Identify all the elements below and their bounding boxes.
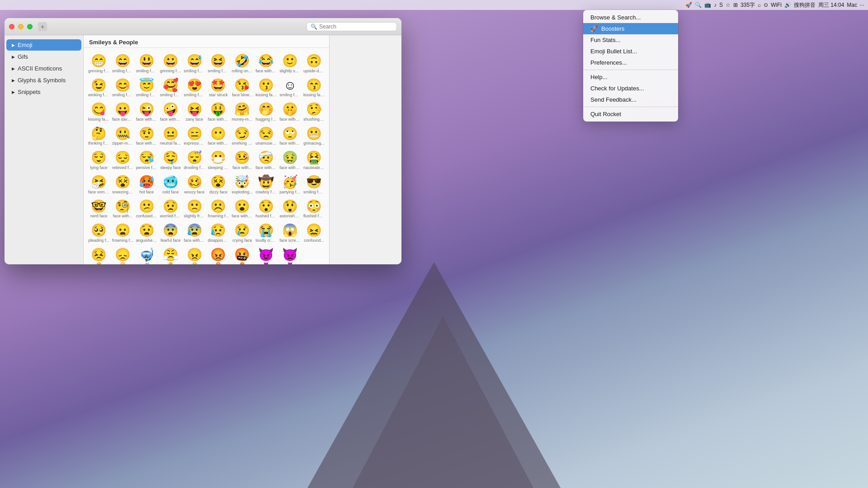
menu-item-preferences[interactable]: Preferences... [583,57,678,68]
emoji-cell[interactable]: 😇smiling fac... [135,76,158,99]
emoji-cell[interactable]: 😕confused f... [135,197,158,221]
emoji-cell[interactable]: 🤤sleepy face [159,148,182,172]
emoji-cell[interactable]: 🤢face with h... [278,148,302,172]
emoji-cell[interactable]: 🤭hugging fa... [255,100,278,123]
emoji-cell[interactable]: 😛face savou... [111,100,134,123]
emoji-cell[interactable]: 🙂slightly sm... [278,52,302,75]
emoji-cell[interactable]: 😊smiling fac... [111,76,134,99]
wifi-icon[interactable]: WiFi [771,2,782,8]
emoji-cell[interactable]: 😃smiling fac... [135,52,158,75]
emoji-cell[interactable]: 🤣rolling on t... [231,52,254,75]
sidebar-item-glyphs[interactable]: ▶ Glyphs & Symbols [6,75,81,86]
rocket-icon[interactable]: 🚀 [685,2,692,8]
emoji-cell[interactable]: 😢crying face [231,221,254,244]
menu-item-boosters[interactable]: 🚀 Boosters [583,23,678,34]
emoji-cell[interactable]: 😎smiling fac... [302,173,326,196]
emoji-cell[interactable]: 😁grinning fa... [87,52,110,75]
emoji-cell[interactable]: 🙁slightly fro... [183,197,206,221]
emoji-cell[interactable]: 😄smiling fac... [111,52,134,75]
minimize-button[interactable] [18,24,24,29]
emoji-cell[interactable]: 😬grimacing... [302,124,326,148]
s-logo-icon[interactable]: S [719,2,723,8]
emoji-cell[interactable]: 🥵hot face [135,173,158,196]
display-icon[interactable]: 📺 [704,2,711,8]
emoji-cell[interactable]: 🤓nerd face [87,197,110,221]
emoji-cell[interactable]: 🤮nauseated... [302,148,326,172]
emoji-cell[interactable]: 😵sneezing f... [111,173,134,196]
close-button[interactable] [9,24,14,29]
emoji-cell[interactable]: 🤬🤬 [231,245,254,264]
sidebar-item-ascii[interactable]: ▶ ASCII Emoticons [6,63,81,74]
emoji-cell[interactable]: 🤕face with t... [255,148,278,172]
emoji-cell[interactable]: 😣😣 [87,245,110,264]
emoji-cell[interactable]: 🙃upside-do... [302,52,326,75]
emoji-cell[interactable]: 🥳partying fa... [278,173,302,196]
emoji-cell[interactable]: 🤯exploding... [231,173,254,196]
emoji-cell[interactable]: 😝zany face [183,100,206,123]
emoji-cell[interactable]: 😲astonished... [278,197,302,221]
emoji-cell[interactable]: 😆smiling fac... [207,52,230,75]
emoji-cell[interactable]: 🙄face with r... [278,124,302,148]
emoji-cell[interactable]: 🤪face with s... [159,100,182,123]
emoji-cell[interactable]: 😠😠 [183,245,206,264]
magnify-icon[interactable]: ⌕ [758,2,761,8]
emoji-cell[interactable]: 🤫face with h... [278,100,302,123]
emoji-cell[interactable]: 👿👿 [278,245,302,264]
menu-item-updates[interactable]: Check for Updates... [583,83,678,94]
emoji-cell[interactable]: 🥺pleading f... [87,221,110,244]
emoji-cell[interactable]: 🥶cold face [159,173,182,196]
emoji-cell[interactable]: 😉winking face [87,76,110,99]
emoji-cell[interactable]: 😘face blow... [231,76,254,99]
emoji-cell[interactable]: 😤😤 [159,245,182,264]
search-bar[interactable]: 🔍 [307,22,397,31]
emoji-cell[interactable]: 🥴woozy face [183,173,206,196]
emoji-cell[interactable]: 😜face with s... [135,100,158,123]
emoji-cell[interactable]: 😥disappoint... [207,221,230,244]
emoji-cell[interactable]: 🤠cowboy fa... [255,173,278,196]
emoji-cell[interactable]: 😧anguished... [135,221,158,244]
emoji-cell[interactable]: 😔relieved fa... [111,148,134,172]
history-icon[interactable]: ⊙ [764,2,768,8]
emoji-cell[interactable]: 😌lying face [87,148,110,172]
emoji-cell[interactable]: 😡😡 [207,245,230,264]
emoji-cell[interactable]: 🧐face with... [111,197,134,221]
emoji-cell[interactable]: 😯hushed face [255,197,278,221]
emoji-cell[interactable]: 😈😈 [255,245,278,264]
emoji-cell[interactable]: 🤨face with r... [135,124,158,148]
emoji-cell[interactable]: 🤐zipper-mo... [111,124,134,148]
emoji-cell[interactable]: ☺️smiling fac... [278,76,302,99]
menu-item-funstats[interactable]: Fun Stats... [583,34,678,46]
search-icon[interactable]: 🔍 [695,2,702,8]
menu-item-quit[interactable]: Quit Rocket [583,108,678,120]
emoji-cell[interactable]: 🤿🤿 [135,245,158,264]
emoji-cell[interactable]: 😪pensive face [135,148,158,172]
emoji-cell[interactable]: 🤔thinking fa... [87,124,110,148]
emoji-cell[interactable]: 😵dizzy face [207,173,230,196]
emoji-cell[interactable]: 😀grinning fa... [159,52,182,75]
emoji-cell[interactable]: 😏smirking fa... [231,124,254,148]
new-tab-button[interactable]: + [38,22,47,31]
music-icon[interactable]: ♪ [714,2,717,8]
emoji-cell[interactable]: 😱face screa... [278,221,302,244]
sidebar-item-snippets[interactable]: ▶ Snippets [6,86,81,98]
emoji-cell[interactable]: 😙kissing fac... [302,76,326,99]
emoji-cell[interactable]: 😋kissing fac... [87,100,110,123]
emoji-cell[interactable]: 😑expression... [183,124,206,148]
emoji-cell[interactable]: 😳flushed face [302,197,326,221]
menu-item-help[interactable]: Help... [583,71,678,83]
emoji-cell[interactable]: 🤗money-mo... [231,100,254,123]
emoji-cell[interactable]: 😮face with o... [231,197,254,221]
emoji-cell[interactable]: 😭loudly cryi... [255,221,278,244]
more-icon[interactable]: ··· [860,2,864,8]
sidebar-item-gifs[interactable]: ▶ Gifs [6,51,81,62]
search-input[interactable] [319,23,393,30]
emoji-cell[interactable]: 🤧face vomiti... [87,173,110,196]
grid-icon[interactable]: ⊞ [733,2,738,8]
maximize-button[interactable] [27,24,33,29]
emoji-cell[interactable]: ☹️frowning f... [207,197,230,221]
emoji-cell[interactable]: 😒unamused... [255,124,278,148]
emoji-cell[interactable]: 😟worried face [159,197,182,221]
emoji-cell[interactable]: 🤥shushing f... [302,100,326,123]
emoji-cell[interactable]: 🤑face with s... [207,100,230,123]
emoji-cell[interactable]: 😞😞 [111,245,134,264]
